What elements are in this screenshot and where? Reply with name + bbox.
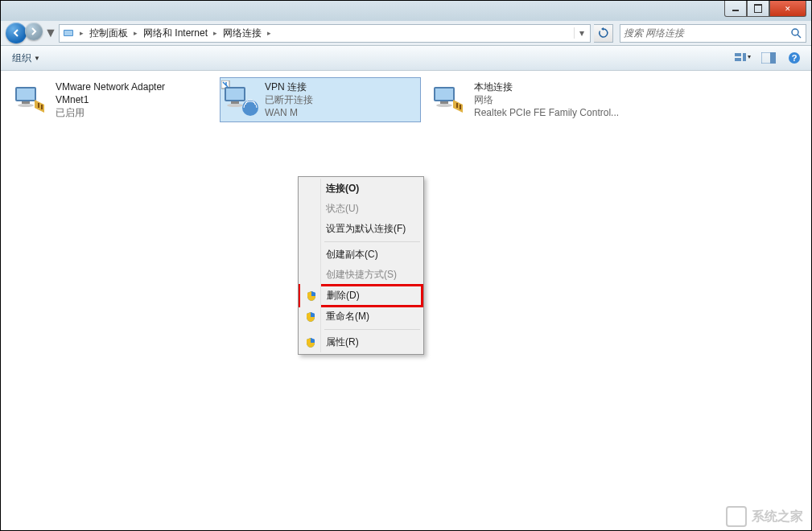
- uac-shield-icon: [306, 290, 317, 302]
- view-options-button[interactable]: [734, 50, 752, 66]
- network-adapter-icon: [12, 80, 51, 119]
- address-dropdown[interactable]: ▾: [574, 27, 588, 39]
- svg-rect-19: [226, 88, 244, 100]
- highlight-annotation: 删除(D): [299, 284, 423, 307]
- organize-label: 组织: [12, 51, 31, 65]
- refresh-button[interactable]: [594, 24, 613, 43]
- search-input[interactable]: [624, 27, 789, 39]
- connection-title: VMware Network Adapter: [56, 80, 165, 93]
- context-menu: 连接(O) 状态(U) 设置为默认连接(F) 创建副本(C) 创建快捷方式(S)…: [298, 176, 424, 355]
- ctx-rename-label: 重命名(M): [326, 311, 369, 322]
- toolbar: 组织 ▼ ?: [1, 46, 811, 71]
- connection-status: 已启用: [56, 106, 165, 119]
- svg-rect-15: [38, 103, 39, 108]
- svg-rect-25: [440, 101, 448, 104]
- nav-history-dropdown[interactable]: ▼: [46, 25, 56, 41]
- location-icon: [61, 26, 76, 40]
- maximize-button[interactable]: [747, 1, 769, 17]
- breadcrumb-separator: ▸: [263, 29, 275, 37]
- ctx-connect[interactable]: 连接(O): [300, 179, 422, 199]
- svg-rect-1: [64, 31, 72, 35]
- ctx-properties[interactable]: 属性(R): [300, 332, 422, 352]
- svg-rect-28: [460, 105, 461, 109]
- connection-subtitle: VMnet1: [56, 93, 165, 106]
- window-controls: ✕: [724, 1, 806, 17]
- svg-text:?: ?: [792, 53, 798, 63]
- content-area[interactable]: VMware Network Adapter VMnet1 已启用 VPN 连接…: [1, 71, 811, 531]
- connection-item-vmware[interactable]: VMware Network Adapter VMnet1 已启用: [10, 77, 212, 122]
- nav-bar: ▼ ▸ 控制面板 ▸ 网络和 Internet ▸ 网络连接 ▸ ▾: [1, 21, 811, 46]
- help-button[interactable]: ?: [785, 50, 803, 66]
- watermark: 系统之家: [726, 506, 803, 527]
- breadcrumb-separator: ▸: [130, 29, 142, 37]
- vpn-connection-icon: [221, 80, 260, 119]
- connection-subtitle: 已断开连接: [265, 93, 313, 106]
- breadcrumb-separator: ▸: [76, 29, 88, 37]
- svg-rect-8: [770, 52, 776, 64]
- connection-item-vpn[interactable]: VPN 连接 已断开连接 WAN M: [220, 77, 421, 122]
- svg-rect-6: [743, 53, 746, 61]
- breadcrumb-separator: ▸: [209, 29, 221, 37]
- close-button[interactable]: ✕: [769, 1, 806, 17]
- svg-point-2: [792, 29, 798, 35]
- uac-shield-icon: [305, 337, 316, 348]
- svg-point-26: [436, 104, 452, 107]
- ctx-delete[interactable]: 删除(D): [301, 286, 421, 305]
- svg-point-14: [18, 104, 34, 107]
- connection-subtitle: 网络: [474, 93, 619, 106]
- dropdown-icon: ▼: [34, 55, 40, 62]
- svg-rect-12: [17, 88, 35, 100]
- svg-rect-24: [435, 88, 453, 100]
- minimize-button[interactable]: [724, 1, 747, 17]
- forward-button[interactable]: [25, 23, 43, 40]
- svg-rect-4: [735, 53, 741, 56]
- preview-pane-button[interactable]: [760, 50, 777, 66]
- svg-point-22: [242, 100, 258, 116]
- search-icon[interactable]: [789, 27, 802, 39]
- watermark-icon: [726, 506, 747, 527]
- svg-rect-16: [41, 105, 43, 109]
- ctx-rename[interactable]: 重命名(M): [300, 307, 422, 327]
- ctx-create-shortcut: 创建快捷方式(S): [300, 265, 422, 285]
- local-connection-icon: [431, 80, 469, 119]
- ctx-properties-label: 属性(R): [326, 336, 359, 348]
- connection-item-local[interactable]: 本地连接 网络 Realtek PCIe FE Family Control..…: [429, 77, 630, 122]
- ctx-set-default[interactable]: 设置为默认连接(F): [300, 219, 422, 239]
- svg-point-21: [227, 104, 243, 107]
- organize-button[interactable]: 组织 ▼: [9, 50, 43, 67]
- uac-shield-icon: [305, 311, 316, 323]
- svg-rect-5: [735, 58, 741, 61]
- breadcrumb-control-panel[interactable]: 控制面板: [88, 27, 130, 40]
- svg-line-3: [798, 35, 801, 38]
- address-bar[interactable]: ▸ 控制面板 ▸ 网络和 Internet ▸ 网络连接 ▸ ▾: [59, 24, 591, 43]
- connection-status: Realtek PCIe FE Family Control...: [474, 106, 619, 119]
- svg-rect-20: [231, 101, 239, 104]
- search-box[interactable]: [620, 24, 806, 43]
- svg-rect-13: [22, 101, 30, 104]
- connection-title: 本地连接: [474, 80, 619, 93]
- ctx-delete-label: 删除(D): [327, 290, 360, 301]
- title-bar: [1, 1, 811, 21]
- ctx-separator: [324, 329, 420, 330]
- back-button[interactable]: [6, 23, 27, 43]
- svg-rect-27: [456, 103, 458, 108]
- connection-status: WAN M: [265, 106, 313, 119]
- breadcrumb-network-internet[interactable]: 网络和 Internet: [142, 27, 209, 40]
- breadcrumb-network-connections[interactable]: 网络连接: [221, 27, 263, 40]
- ctx-status: 状态(U): [300, 199, 422, 219]
- connection-title: VPN 连接: [265, 80, 313, 93]
- watermark-text: 系统之家: [752, 508, 803, 525]
- ctx-separator: [324, 241, 420, 242]
- ctx-create-copy[interactable]: 创建副本(C): [300, 245, 422, 265]
